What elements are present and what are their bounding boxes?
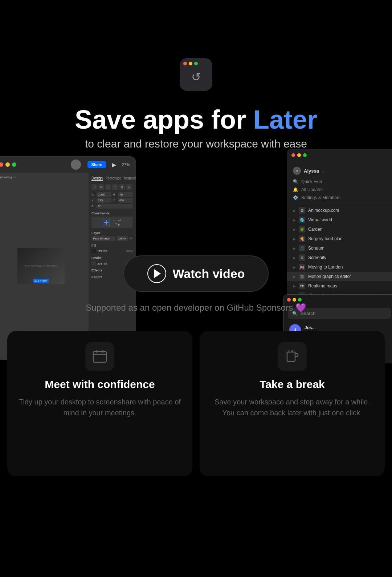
align-middle-icon[interactable]: ⊞ (119, 184, 125, 190)
figma-tab-design[interactable]: Design (91, 176, 103, 181)
notion-arrow-icon-3: ▶ (293, 227, 296, 231)
tagline-section: to clear and restore your workspace with… (0, 138, 392, 150)
figma-h-value[interactable]: 79 (118, 192, 133, 197)
notion-item-icon-surgery: 🍕 (299, 235, 305, 242)
figma-h-label: H (113, 193, 117, 196)
hero-title-accent: Later (253, 105, 317, 134)
figma-xy-row: X 275 Y 654 (91, 198, 133, 203)
align-top-icon[interactable]: ⊤ (112, 184, 118, 190)
notion-workspace-chevron: ⌄ (322, 169, 325, 173)
notion-item-sonuum[interactable]: ▶ 🎵 Sonuum (287, 243, 392, 253)
tagline-text: to clear and restore your workspace with… (0, 138, 392, 150)
notion-item-label-surgery: Surgery food plan (308, 236, 389, 241)
figma-share-button[interactable]: Share (87, 161, 106, 168)
notion-all-updates[interactable]: 🔔 All Updates (287, 186, 392, 194)
figma-x-value[interactable]: 275 (97, 198, 111, 203)
figma-minimize-dot (5, 162, 10, 167)
notion-item-label-animockup: Animockup.com (308, 208, 389, 213)
notion-titlebar (287, 149, 392, 161)
notion-workspace-name: Alyssa (304, 168, 319, 174)
notion-item-label-virtual: Virtual world (308, 217, 389, 222)
feature-title-break: Take a break (260, 378, 325, 391)
figma-tab-inspect[interactable]: Inspect (124, 176, 136, 181)
figma-close-dot (0, 162, 3, 167)
notion-item-label-sonuum: Sonuum (308, 246, 389, 251)
figma-r-value[interactable]: 0° (97, 204, 133, 209)
sponsor-text: Supported as an open developer on GitHub… (0, 303, 392, 313)
figma-toolbar: Share ▶ 27% (0, 157, 136, 173)
feature-desc-break: Save your workspace and step away for a … (211, 396, 374, 418)
figma-layer-mode[interactable]: Pass through (91, 236, 115, 241)
feature-title-meet: Meet with confidence (45, 378, 155, 391)
notion-quick-find-label: Quick Find (301, 179, 322, 184)
calendar-icon (92, 348, 108, 364)
figma-w-value[interactable]: 100S (97, 192, 111, 197)
notion-item-label-shortcuts: Shortcuts extension (308, 293, 389, 298)
notion-arrow-icon: ▶ (293, 209, 296, 213)
features-section: Meet with confidence Tidy up your deskto… (0, 313, 392, 491)
align-center-h-icon[interactable]: ⊡ (98, 184, 104, 190)
notion-arrow-icon-4: ▶ (293, 237, 296, 241)
notion-arrow-icon-2: ▶ (293, 218, 296, 222)
constraint-left-label: ← Left (113, 219, 122, 222)
figma-eye-icon: 👁 (129, 237, 133, 241)
notion-item-carden[interactable]: ▶ 🌵 Carden (287, 225, 392, 234)
figma-layer-opacity[interactable]: 100% (117, 236, 128, 241)
figma-fill-title: Fill (91, 244, 133, 247)
feature-card-break: Take a break Save your workspace and ste… (200, 331, 385, 476)
features-grid: Meet with confidence Tidy up your deskto… (7, 331, 385, 476)
notion-item-animockup[interactable]: ▶ 🖥 Animockup.com (287, 206, 392, 215)
figma-preview-label: Previewing ++ (0, 175, 17, 179)
play-triangle-icon (154, 269, 161, 278)
fill-hex-value: 1E2128 (97, 250, 124, 253)
align-right-icon[interactable]: ⊢ (105, 184, 111, 190)
notion-item-surgery[interactable]: ▶ 🍕 Surgery food plan (287, 234, 392, 243)
figma-panel-tabs: Design Prototype Inspect (91, 176, 133, 181)
notion-close-dot (291, 153, 295, 157)
window-controls (183, 62, 198, 65)
figma-tab-prototype[interactable]: Prototype (106, 176, 121, 181)
figma-r-label: R (91, 205, 95, 208)
constraint-cross-icon (103, 219, 110, 226)
notion-arrow-icon-10: ▶ (293, 294, 296, 298)
maximize-dot (194, 62, 198, 65)
close-dot (183, 62, 187, 65)
feature-card-meet: Meet with confidence Tidy up your deskto… (7, 331, 192, 476)
search-minimize-dot (293, 298, 296, 302)
figma-dimensions-section: W 100S H 79 X 275 Y 654 R (91, 192, 133, 209)
search-maximize-dot (298, 298, 302, 302)
settings-icon: ⚙️ (293, 195, 298, 200)
notion-workspace-header: A Alyssa ⌄ (287, 164, 392, 178)
figma-constraints-title: Constraints (91, 211, 133, 215)
undo-icon: ↺ (191, 70, 201, 84)
search-icon: 🔍 (293, 179, 298, 184)
figma-play-icon: ▶ (112, 161, 116, 168)
notion-arrow-icon-5: ▶ (293, 246, 296, 250)
hero-section: Save apps for Later (0, 105, 392, 134)
figma-layer-row: Pass through 100% 👁 (91, 236, 133, 241)
fill-opacity-value: 100% (126, 250, 133, 253)
notion-item-icon-carden: 🌵 (299, 226, 305, 233)
watch-video-button[interactable]: Watch video (123, 255, 269, 292)
app-icon-section: ↺ (0, 0, 392, 91)
fill-color-swatch[interactable] (91, 249, 96, 253)
notion-settings[interactable]: ⚙️ Settings & Members (287, 194, 392, 202)
figma-constraint-control: ← Left ↑ Top (91, 217, 133, 228)
sponsor-heart-icon: 💜 (295, 303, 306, 312)
figma-align-icons: ⊣ ⊡ ⊢ ⊤ ⊞ ⊥ (91, 184, 133, 190)
figma-constraints-section: Constraints ← Left ↑ Top (91, 211, 133, 228)
notion-item-icon-sonuum: 🎵 (299, 245, 305, 251)
align-bottom-icon[interactable]: ⊥ (126, 184, 132, 190)
figma-y-value[interactable]: 654 (118, 198, 133, 203)
notion-item-icon-animockup: 🖥 (299, 207, 305, 214)
hero-title: Save apps for Later (15, 105, 377, 134)
notion-quick-find[interactable]: 🔍 Quick Find (287, 178, 392, 186)
align-left-icon[interactable]: ⊣ (91, 184, 97, 190)
figma-r-row: R 0° (91, 204, 133, 209)
notion-item-shortcuts[interactable]: ▶ ⌨ Shortcuts extension (287, 291, 392, 300)
figma-layer-title: Layer (91, 231, 133, 235)
notion-item-virtual[interactable]: ▶ 🌎 Virtual world (287, 215, 392, 225)
app-icon: ↺ (180, 58, 212, 91)
feature-desc-meet: Tidy up your desktop to screenshare with… (18, 396, 181, 418)
figma-maximize-dot (12, 162, 16, 167)
